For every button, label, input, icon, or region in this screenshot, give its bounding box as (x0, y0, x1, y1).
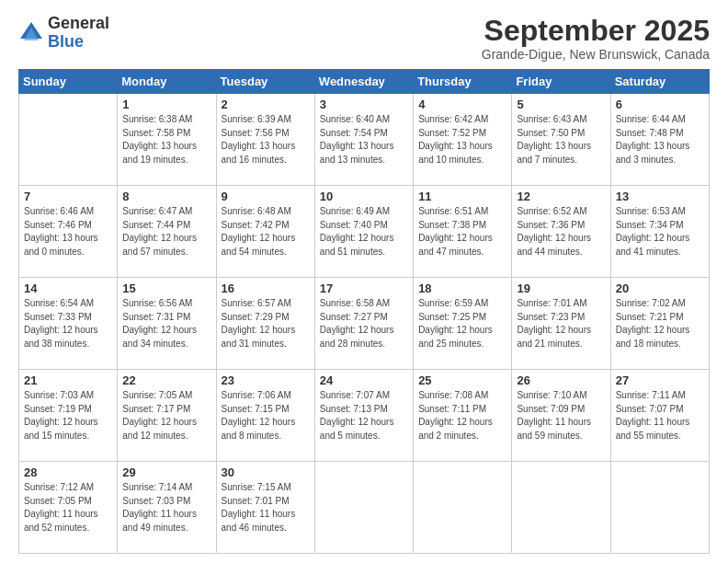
day-number: 25 (418, 373, 506, 387)
calendar-day-cell: 9Sunrise: 6:48 AMSunset: 7:42 PMDaylight… (216, 186, 314, 278)
calendar-day-cell: 27Sunrise: 7:11 AMSunset: 7:07 PMDayligh… (610, 370, 709, 462)
calendar-day-cell: 20Sunrise: 7:02 AMSunset: 7:21 PMDayligh… (610, 278, 709, 370)
day-detail: Sunrise: 6:46 AMSunset: 7:46 PMDaylight:… (24, 205, 112, 259)
day-detail: Sunrise: 6:52 AMSunset: 7:36 PMDaylight:… (517, 205, 605, 259)
day-detail: Sunrise: 7:15 AMSunset: 7:01 PMDaylight:… (222, 481, 310, 534)
day-number: 20 (616, 282, 704, 295)
day-detail: Sunrise: 7:12 AMSunset: 7:05 PMDaylight:… (24, 481, 112, 534)
calendar-day-cell: 15Sunrise: 6:56 AMSunset: 7:31 PMDayligh… (118, 278, 216, 370)
day-detail: Sunrise: 6:44 AMSunset: 7:48 PMDaylight:… (616, 113, 704, 167)
calendar-day-cell (414, 462, 512, 554)
day-detail: Sunrise: 6:38 AMSunset: 7:58 PMDaylight:… (122, 113, 210, 167)
calendar-day-cell: 17Sunrise: 6:58 AMSunset: 7:27 PMDayligh… (314, 278, 413, 370)
calendar-day-cell: 26Sunrise: 7:10 AMSunset: 7:09 PMDayligh… (512, 370, 610, 462)
day-number: 24 (320, 373, 408, 387)
day-detail: Sunrise: 7:02 AMSunset: 7:21 PMDaylight:… (616, 297, 704, 350)
day-detail: Sunrise: 7:07 AMSunset: 7:13 PMDaylight:… (320, 389, 408, 442)
calendar-day-cell: 19Sunrise: 7:01 AMSunset: 7:23 PMDayligh… (512, 278, 610, 370)
calendar-day-cell: 18Sunrise: 6:59 AMSunset: 7:25 PMDayligh… (414, 278, 512, 370)
day-number: 4 (418, 98, 506, 111)
day-detail: Sunrise: 6:57 AMSunset: 7:29 PMDaylight:… (222, 297, 310, 350)
day-detail: Sunrise: 6:51 AMSunset: 7:38 PMDaylight:… (418, 205, 506, 259)
day-detail: Sunrise: 6:39 AMSunset: 7:56 PMDaylight:… (222, 113, 310, 167)
calendar-day-header: Wednesday (314, 70, 413, 94)
day-number: 10 (320, 190, 408, 203)
calendar-day-header: Saturday (610, 70, 709, 94)
day-detail: Sunrise: 7:14 AMSunset: 7:03 PMDaylight:… (122, 481, 210, 534)
calendar-day-cell: 11Sunrise: 6:51 AMSunset: 7:38 PMDayligh… (414, 186, 512, 278)
calendar-table: SundayMondayTuesdayWednesdayThursdayFrid… (18, 69, 710, 554)
day-number: 26 (517, 373, 605, 387)
header: General Blue September 2025 Grande-Digue… (18, 15, 710, 62)
calendar-day-cell: 12Sunrise: 6:52 AMSunset: 7:36 PMDayligh… (512, 186, 610, 278)
calendar-day-cell (314, 462, 413, 554)
day-number: 1 (122, 98, 210, 111)
day-detail: Sunrise: 6:58 AMSunset: 7:27 PMDaylight:… (320, 297, 408, 350)
calendar-day-cell: 25Sunrise: 7:08 AMSunset: 7:11 PMDayligh… (414, 370, 512, 462)
calendar-header-row: SundayMondayTuesdayWednesdayThursdayFrid… (19, 70, 710, 94)
day-detail: Sunrise: 6:42 AMSunset: 7:52 PMDaylight:… (418, 113, 506, 167)
calendar-day-cell: 6Sunrise: 6:44 AMSunset: 7:48 PMDaylight… (610, 94, 709, 186)
day-number: 3 (320, 98, 408, 111)
day-number: 29 (122, 465, 210, 479)
calendar-week-row: 28Sunrise: 7:12 AMSunset: 7:05 PMDayligh… (19, 462, 710, 554)
calendar-day-cell: 14Sunrise: 6:54 AMSunset: 7:33 PMDayligh… (19, 278, 118, 370)
calendar-day-cell: 5Sunrise: 6:43 AMSunset: 7:50 PMDaylight… (512, 94, 610, 186)
day-detail: Sunrise: 6:59 AMSunset: 7:25 PMDaylight:… (418, 297, 506, 350)
day-number: 22 (122, 373, 210, 387)
month-title: September 2025 (482, 15, 710, 47)
day-detail: Sunrise: 7:11 AMSunset: 7:07 PMDaylight:… (616, 389, 704, 442)
calendar-day-cell: 30Sunrise: 7:15 AMSunset: 7:01 PMDayligh… (216, 462, 314, 554)
day-number: 28 (24, 465, 112, 479)
calendar-day-cell: 16Sunrise: 6:57 AMSunset: 7:29 PMDayligh… (216, 278, 314, 370)
calendar-day-header: Monday (118, 70, 216, 94)
location: Grande-Digue, New Brunswick, Canada (482, 47, 710, 62)
day-number: 23 (222, 373, 310, 387)
day-number: 14 (24, 282, 112, 295)
calendar-week-row: 21Sunrise: 7:03 AMSunset: 7:19 PMDayligh… (19, 370, 710, 462)
calendar-day-cell: 8Sunrise: 6:47 AMSunset: 7:44 PMDaylight… (118, 186, 216, 278)
day-detail: Sunrise: 7:03 AMSunset: 7:19 PMDaylight:… (24, 389, 112, 442)
day-number: 19 (517, 282, 605, 295)
logo-general-text: General (48, 15, 109, 33)
calendar-day-cell: 22Sunrise: 7:05 AMSunset: 7:17 PMDayligh… (118, 370, 216, 462)
calendar-week-row: 1Sunrise: 6:38 AMSunset: 7:58 PMDaylight… (19, 94, 710, 186)
calendar-day-cell: 1Sunrise: 6:38 AMSunset: 7:58 PMDaylight… (118, 94, 216, 186)
title-block: September 2025 Grande-Digue, New Brunswi… (482, 15, 710, 62)
calendar-day-cell (19, 94, 118, 186)
calendar-day-header: Thursday (414, 70, 512, 94)
day-number: 11 (418, 190, 506, 203)
day-detail: Sunrise: 7:01 AMSunset: 7:23 PMDaylight:… (517, 297, 605, 350)
day-detail: Sunrise: 7:06 AMSunset: 7:15 PMDaylight:… (222, 389, 310, 442)
day-detail: Sunrise: 6:54 AMSunset: 7:33 PMDaylight:… (24, 297, 112, 350)
calendar-day-cell: 21Sunrise: 7:03 AMSunset: 7:19 PMDayligh… (19, 370, 118, 462)
day-number: 30 (222, 465, 310, 479)
day-number: 5 (517, 98, 605, 111)
day-number: 2 (222, 98, 310, 111)
day-detail: Sunrise: 6:43 AMSunset: 7:50 PMDaylight:… (517, 113, 605, 167)
calendar-day-cell: 13Sunrise: 6:53 AMSunset: 7:34 PMDayligh… (610, 186, 709, 278)
page: General Blue September 2025 Grande-Digue… (0, 0, 728, 563)
logo-blue-text: Blue (48, 33, 109, 52)
day-number: 7 (24, 190, 112, 203)
day-detail: Sunrise: 6:40 AMSunset: 7:54 PMDaylight:… (320, 113, 408, 167)
day-number: 16 (222, 282, 310, 295)
day-detail: Sunrise: 6:49 AMSunset: 7:40 PMDaylight:… (320, 205, 408, 259)
day-number: 27 (616, 373, 704, 387)
calendar-day-header: Sunday (19, 70, 118, 94)
logo-icon (18, 20, 44, 46)
calendar-day-cell: 7Sunrise: 6:46 AMSunset: 7:46 PMDaylight… (19, 186, 118, 278)
calendar-day-cell: 3Sunrise: 6:40 AMSunset: 7:54 PMDaylight… (314, 94, 413, 186)
day-number: 13 (616, 190, 704, 203)
day-detail: Sunrise: 7:10 AMSunset: 7:09 PMDaylight:… (517, 389, 605, 442)
calendar-week-row: 7Sunrise: 6:46 AMSunset: 7:46 PMDaylight… (19, 186, 710, 278)
day-number: 6 (616, 98, 704, 111)
day-number: 17 (320, 282, 408, 295)
logo: General Blue (18, 15, 109, 52)
day-detail: Sunrise: 7:05 AMSunset: 7:17 PMDaylight:… (122, 389, 210, 442)
calendar-day-cell: 28Sunrise: 7:12 AMSunset: 7:05 PMDayligh… (19, 462, 118, 554)
day-number: 8 (122, 190, 210, 203)
calendar-day-header: Tuesday (216, 70, 314, 94)
calendar-day-cell (610, 462, 709, 554)
calendar-day-cell: 23Sunrise: 7:06 AMSunset: 7:15 PMDayligh… (216, 370, 314, 462)
